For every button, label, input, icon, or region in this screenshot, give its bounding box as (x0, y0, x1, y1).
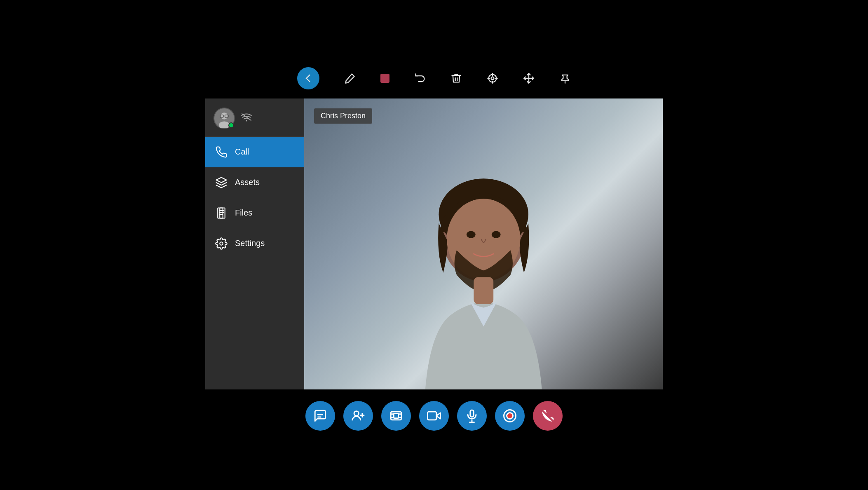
record-dot (506, 412, 514, 420)
sidebar: Call Assets Files (205, 98, 304, 389)
add-people-button[interactable] (343, 401, 373, 431)
svg-point-27 (467, 231, 476, 238)
svg-rect-36 (394, 413, 398, 418)
caller-name: Chris Preston (321, 112, 366, 120)
person-figure (304, 98, 663, 389)
avatar (213, 108, 235, 129)
pin-button[interactable] (559, 73, 571, 84)
sidebar-item-call[interactable]: Call (205, 137, 304, 167)
online-status-dot (228, 122, 234, 128)
svg-rect-42 (427, 412, 436, 420)
end-call-button[interactable] (533, 401, 563, 431)
sidebar-item-files[interactable]: Files (205, 198, 304, 228)
video-background: Chris Preston (304, 98, 663, 389)
sidebar-item-assets[interactable]: Assets (205, 167, 304, 198)
svg-rect-19 (220, 208, 225, 218)
user-area (205, 98, 304, 137)
color-button[interactable] (380, 74, 389, 83)
sidebar-call-label: Call (235, 147, 249, 157)
sidebar-item-settings[interactable]: Settings (205, 228, 304, 259)
pen-button[interactable] (344, 73, 356, 84)
settings-target-button[interactable] (487, 73, 498, 84)
svg-rect-18 (218, 208, 223, 218)
svg-rect-43 (470, 410, 474, 417)
svg-rect-29 (474, 277, 493, 304)
svg-point-0 (306, 77, 307, 79)
svg-point-16 (246, 120, 247, 121)
sidebar-assets-label: Assets (235, 178, 260, 187)
undo-button[interactable] (414, 73, 426, 84)
svg-point-32 (354, 411, 359, 415)
bottom-controls (205, 389, 663, 431)
microphone-button[interactable] (457, 401, 487, 431)
back-button[interactable] (297, 67, 319, 89)
sidebar-files-label: Files (235, 208, 252, 218)
main-area: Call Assets Files (205, 98, 663, 389)
svg-point-23 (220, 242, 223, 245)
caller-name-tag: Chris Preston (314, 108, 372, 124)
svg-point-2 (491, 77, 494, 80)
svg-marker-41 (436, 413, 441, 418)
toolbar (205, 60, 663, 98)
app-container: Call Assets Files (205, 60, 663, 431)
video-area: Chris Preston (304, 98, 663, 389)
move-button[interactable] (523, 73, 535, 84)
sidebar-settings-label: Settings (235, 239, 265, 248)
color-swatch (380, 74, 389, 83)
chat-button[interactable] (305, 401, 335, 431)
record-button[interactable] (495, 401, 525, 431)
svg-line-46 (541, 409, 554, 422)
svg-point-28 (492, 231, 501, 238)
wifi-icon (241, 113, 252, 124)
delete-button[interactable] (450, 73, 462, 84)
camera-button[interactable] (419, 401, 449, 431)
screenshot-button[interactable] (381, 401, 411, 431)
